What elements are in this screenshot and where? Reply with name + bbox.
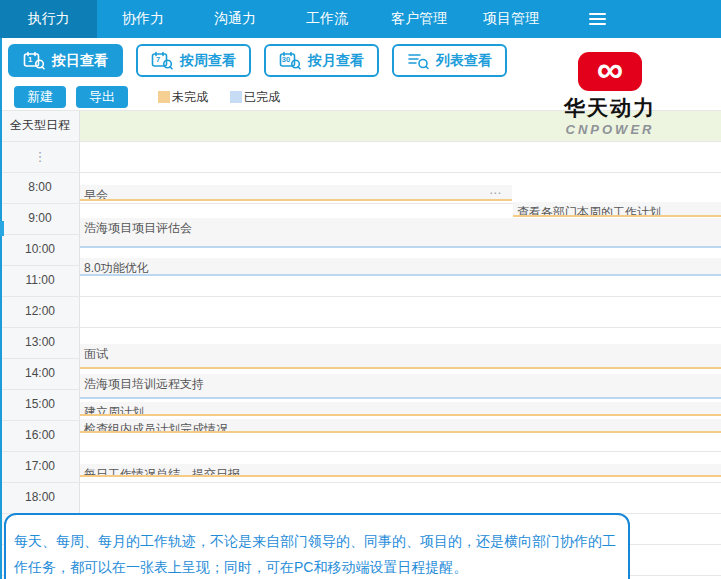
nav-tab-客户管理[interactable]: 客户管理 bbox=[373, 0, 465, 38]
hamburger-icon[interactable] bbox=[589, 13, 606, 25]
view-button-label: 按日查看 bbox=[52, 52, 108, 70]
legend-label: 未完成 bbox=[172, 89, 208, 106]
gridline bbox=[0, 141, 721, 142]
legend-swatch bbox=[158, 91, 170, 103]
nav-tab-项目管理[interactable]: 项目管理 bbox=[465, 0, 557, 38]
time-label-15:00: 15:00 bbox=[0, 389, 80, 420]
event-浩海项目培训远程支持[interactable]: 浩海项目培训远程支持 bbox=[80, 374, 721, 399]
event-8.0功能优化[interactable]: 8.0功能优化 bbox=[80, 258, 721, 276]
event-title: 早会 bbox=[84, 188, 108, 201]
time-label-13:00: 13:00 bbox=[0, 327, 80, 358]
view-button-列表查看[interactable]: 列表查看 bbox=[392, 44, 507, 77]
time-label-17:00: 17:00 bbox=[0, 451, 80, 482]
allday-label: 全天型日程 bbox=[0, 110, 80, 141]
toolbar: 新建 导出 未完成已完成 bbox=[14, 86, 280, 108]
event-title: 8.0功能优化 bbox=[84, 261, 149, 275]
svg-text:7: 7 bbox=[156, 55, 160, 64]
gridline bbox=[0, 296, 721, 297]
time-label-18:00: 18:00 bbox=[0, 482, 80, 513]
time-label-10:00: 10:00 bbox=[0, 234, 80, 265]
nav-tab-工作流[interactable]: 工作流 bbox=[281, 0, 373, 38]
nav-tabs: 执行力协作力沟通力工作流客户管理项目管理 bbox=[0, 0, 557, 38]
status-legend: 未完成已完成 bbox=[158, 89, 280, 106]
brand-logo: ∞ 华天动力 CNPOWER bbox=[560, 52, 660, 137]
view-button-按月查看[interactable]: 30按月查看 bbox=[264, 44, 379, 77]
event-title: 检查组内成员计划完成情况 bbox=[84, 422, 228, 433]
event-建立周计划[interactable]: 建立周计划 bbox=[80, 402, 721, 416]
time-label-11:00: 11:00 bbox=[0, 265, 80, 296]
gridline bbox=[0, 327, 721, 328]
scroll-indicator[interactable] bbox=[0, 221, 4, 236]
top-nav: 执行力协作力沟通力工作流客户管理项目管理 bbox=[0, 0, 721, 38]
time-label-8:00: 8:00 bbox=[0, 172, 80, 203]
brand-name: 华天动力 bbox=[560, 94, 660, 122]
collapse-dots-icon[interactable]: ⋮ bbox=[0, 141, 80, 172]
view-button-按日查看[interactable]: 1按日查看 bbox=[8, 44, 123, 77]
feature-description-box: 每天、每周、每月的工作轨迹，不论是来自部门领导的、同事的、项目的，还是横向部门协… bbox=[4, 513, 630, 579]
event-title: 浩海项目项目评估会 bbox=[84, 221, 192, 235]
calendar-week-search-icon: 7 bbox=[151, 51, 174, 70]
time-label-9:00: 9:00 bbox=[0, 203, 80, 234]
event-查看各部门本周的工作计划[interactable]: 查看各部门本周的工作计划 bbox=[513, 202, 721, 217]
nav-tab-执行力[interactable]: 执行力 bbox=[0, 0, 97, 38]
svg-text:30: 30 bbox=[282, 55, 290, 64]
gridline bbox=[0, 172, 721, 173]
legend-item-已完成: 已完成 bbox=[230, 89, 280, 106]
gridline bbox=[0, 451, 721, 452]
gridline bbox=[0, 482, 721, 483]
event-title: 面试 bbox=[84, 347, 108, 361]
view-switcher: 1按日查看7按周查看30按月查看列表查看 bbox=[8, 44, 507, 77]
new-button[interactable]: 新建 bbox=[14, 86, 66, 108]
list-search-icon bbox=[407, 51, 430, 70]
legend-swatch bbox=[230, 91, 242, 103]
legend-item-未完成: 未完成 bbox=[158, 89, 208, 106]
nav-tab-协作力[interactable]: 协作力 bbox=[97, 0, 189, 38]
event-title: 每日工作情况总结，提交日报 bbox=[84, 467, 240, 477]
nav-tab-沟通力[interactable]: 沟通力 bbox=[189, 0, 281, 38]
calendar-day-search-icon: 1 bbox=[23, 51, 46, 70]
event-浩海项目项目评估会[interactable]: 浩海项目项目评估会 bbox=[80, 218, 721, 248]
schedule-app-window: 执行力协作力沟通力工作流客户管理项目管理 1按日查看7按周查看30按月查看列表查… bbox=[0, 0, 721, 579]
event-每日工作情况总结，提交日报[interactable]: 每日工作情况总结，提交日报 bbox=[80, 464, 721, 477]
feature-description-text: 每天、每周、每月的工作轨迹，不论是来自部门领导的、同事的、项目的，还是横向部门协… bbox=[14, 533, 616, 575]
event-title: 建立周计划 bbox=[84, 405, 144, 416]
event-早会[interactable]: 早会⋯ bbox=[80, 185, 512, 201]
infinity-logo-icon: ∞ bbox=[578, 52, 642, 91]
event-检查组内成员计划完成情况[interactable]: 检查组内成员计划完成情况 bbox=[80, 419, 721, 433]
export-button[interactable]: 导出 bbox=[76, 86, 128, 108]
view-button-label: 按月查看 bbox=[308, 52, 364, 70]
view-button-label: 按周查看 bbox=[180, 52, 236, 70]
event-title: 查看各部门本周的工作计划 bbox=[517, 205, 661, 217]
time-label-14:00: 14:00 bbox=[0, 358, 80, 389]
svg-text:1: 1 bbox=[28, 55, 32, 64]
calendar-month-search-icon: 30 bbox=[279, 51, 302, 70]
legend-label: 已完成 bbox=[244, 89, 280, 106]
time-label-12:00: 12:00 bbox=[0, 296, 80, 327]
left-edge-line bbox=[0, 38, 2, 579]
event-面试[interactable]: 面试 bbox=[80, 344, 721, 369]
view-button-label: 列表查看 bbox=[436, 52, 492, 70]
event-more-icon[interactable]: ⋯ bbox=[489, 186, 502, 200]
brand-subtitle: CNPOWER bbox=[560, 122, 660, 137]
time-label-16:00: 16:00 bbox=[0, 420, 80, 451]
view-button-按周查看[interactable]: 7按周查看 bbox=[136, 44, 251, 77]
event-title: 浩海项目培训远程支持 bbox=[84, 377, 204, 391]
